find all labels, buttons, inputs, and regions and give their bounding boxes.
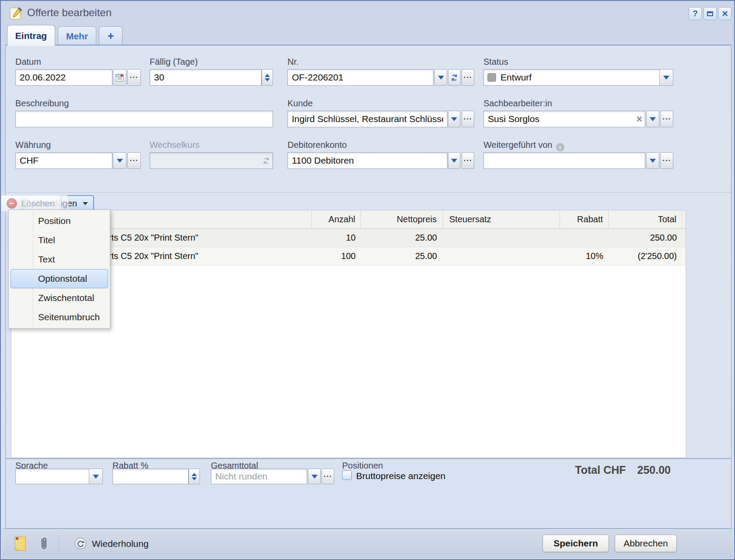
beschreibung-input[interactable] xyxy=(15,111,273,127)
caret-down-icon xyxy=(83,202,88,205)
calendar-icon xyxy=(116,74,124,82)
add-dropdown-menu: Position Titel Text Optionstotal Zwische… xyxy=(8,210,110,329)
rabatt-input[interactable] xyxy=(112,469,189,484)
nr-label: Nr. xyxy=(287,57,299,67)
waehrung-more-button[interactable] xyxy=(127,152,141,169)
cell-total: 250.00 xyxy=(609,229,682,247)
bruttopreise-checkbox[interactable] xyxy=(342,470,352,480)
cell-total: (2'250.00) xyxy=(609,247,682,265)
menu-item-position[interactable]: Position xyxy=(10,211,108,231)
debitorenkonto-dropdown-button[interactable] xyxy=(448,152,460,169)
nr-refresh-button[interactable] xyxy=(448,69,461,86)
cell-steuersatz xyxy=(443,229,560,247)
chevron-down-icon xyxy=(438,76,444,80)
refresh-icon xyxy=(451,74,458,81)
spinner-down-icon xyxy=(192,477,197,480)
spinner-up-icon xyxy=(192,473,197,476)
status-select[interactable]: Entwurf xyxy=(483,69,673,86)
kunde-dropdown-button[interactable] xyxy=(448,111,460,127)
bruttopreise-checkbox-label[interactable]: Bruttopreise anzeigen xyxy=(356,471,445,481)
menu-item-optionstotal[interactable]: Optionstotal xyxy=(10,269,108,288)
sachbearbeiter-more-button[interactable] xyxy=(660,111,673,127)
question-icon: ? xyxy=(693,9,698,18)
positionen-label: Positionen xyxy=(342,461,383,471)
gesamttotal-input[interactable] xyxy=(211,469,307,484)
header-steuersatz[interactable]: Steuersatz xyxy=(443,210,560,228)
nr-input[interactable] xyxy=(287,69,434,86)
dialog-title: Offerte bearbeiten xyxy=(27,7,112,19)
status-value: Entwurf xyxy=(500,72,532,83)
note-button[interactable] xyxy=(14,535,27,552)
header-anzahl[interactable]: Anzahl xyxy=(312,210,361,228)
close-button[interactable] xyxy=(718,7,732,20)
chevron-down-icon xyxy=(312,475,318,479)
wiederholung-label[interactable]: Wiederholung xyxy=(92,539,149,549)
datum-input[interactable] xyxy=(15,69,112,86)
kunde-more-button[interactable] xyxy=(462,111,474,127)
gesamttotal-more-button[interactable] xyxy=(322,469,334,484)
waehrung-input[interactable] xyxy=(15,152,112,169)
info-icon: i xyxy=(556,143,564,151)
weitergefuehrt-label: Weitergeführt voni xyxy=(483,140,564,151)
menu-item-text[interactable]: Text xyxy=(10,250,108,269)
grand-total-label: Total CHF xyxy=(575,464,626,476)
footer-divider xyxy=(59,535,59,552)
tab-eintrag[interactable]: Eintrag xyxy=(7,25,55,46)
menu-item-titel[interactable]: Titel xyxy=(10,231,108,250)
faellig-label: Fällig (Tage) xyxy=(150,57,198,67)
sprache-dropdown-button[interactable] xyxy=(89,469,102,484)
help-button[interactable]: ? xyxy=(689,7,702,20)
weitergefuehrt-more-button[interactable] xyxy=(660,152,673,169)
cell-anzahl: 100 xyxy=(312,247,361,265)
delete-button-label: Löschen xyxy=(21,199,55,209)
close-icon xyxy=(722,8,728,19)
sachbearbeiter-field[interactable]: Susi Sorglos × xyxy=(483,111,645,127)
table-row[interactable]: rts C5 20x "Print Stern" 100 25.00 10% (… xyxy=(11,247,686,266)
menu-item-zwischentotal[interactable]: Zwischentotal xyxy=(10,288,108,308)
gesamttotal-dropdown-button[interactable] xyxy=(308,469,321,484)
attachment-button[interactable] xyxy=(38,535,49,552)
datum-calendar-button[interactable] xyxy=(113,69,126,86)
faellig-input[interactable] xyxy=(150,69,262,86)
header-nettopreis[interactable]: Nettopreis xyxy=(361,210,443,228)
save-button[interactable]: Speichern xyxy=(542,535,609,552)
header-total[interactable]: Total xyxy=(609,210,682,228)
debitorenkonto-more-button[interactable] xyxy=(462,152,474,169)
toolbar-divider xyxy=(6,192,731,192)
table-row[interactable]: rts C5 20x "Print Stern" 10 25.00 250.00 xyxy=(11,229,686,247)
chevron-down-icon xyxy=(451,117,457,121)
cell-rabatt xyxy=(560,229,609,247)
repeat-icon[interactable] xyxy=(74,537,87,550)
clear-icon[interactable]: × xyxy=(637,114,645,124)
sachbearbeiter-dropdown-button[interactable] xyxy=(646,111,659,127)
menu-item-seitenumbruch[interactable]: Seitenumbruch xyxy=(10,308,108,327)
minus-circle-icon xyxy=(7,198,17,209)
debitorenkonto-label: Debitorenkonto xyxy=(287,140,347,150)
kunde-input[interactable] xyxy=(287,111,448,127)
waehrung-dropdown-button[interactable] xyxy=(113,152,126,169)
cell-nettopreis: 25.00 xyxy=(361,229,443,247)
wechselkurs-label: Wechselkurs xyxy=(150,140,200,150)
sprache-select[interactable] xyxy=(15,469,103,484)
nr-dropdown-button[interactable] xyxy=(434,69,447,86)
tab-add[interactable]: + xyxy=(99,26,122,46)
tab-mehr[interactable]: Mehr xyxy=(58,26,96,46)
maximize-button[interactable] xyxy=(704,7,717,20)
positions-table: Anzahl Nettopreis Steuersatz Rabatt Tota… xyxy=(11,210,686,458)
kunde-label: Kunde xyxy=(287,98,313,108)
weitergefuehrt-input[interactable] xyxy=(483,152,645,169)
cell-nettopreis: 25.00 xyxy=(361,247,443,265)
rabatt-spinner[interactable] xyxy=(189,469,200,484)
chevron-down-icon xyxy=(650,117,656,121)
datum-more-button[interactable] xyxy=(127,69,141,86)
status-dropdown-button[interactable] xyxy=(659,70,673,85)
faellig-spinner[interactable] xyxy=(262,69,273,86)
nr-more-button[interactable] xyxy=(462,69,474,86)
cell-steuersatz xyxy=(443,247,560,265)
maximize-icon xyxy=(707,11,713,16)
debitorenkonto-input[interactable] xyxy=(287,152,448,169)
chevron-down-icon xyxy=(650,159,656,163)
weitergefuehrt-dropdown-button[interactable] xyxy=(646,152,659,169)
header-rabatt[interactable]: Rabatt xyxy=(560,210,609,228)
cancel-button[interactable]: Abbrechen xyxy=(615,535,677,552)
